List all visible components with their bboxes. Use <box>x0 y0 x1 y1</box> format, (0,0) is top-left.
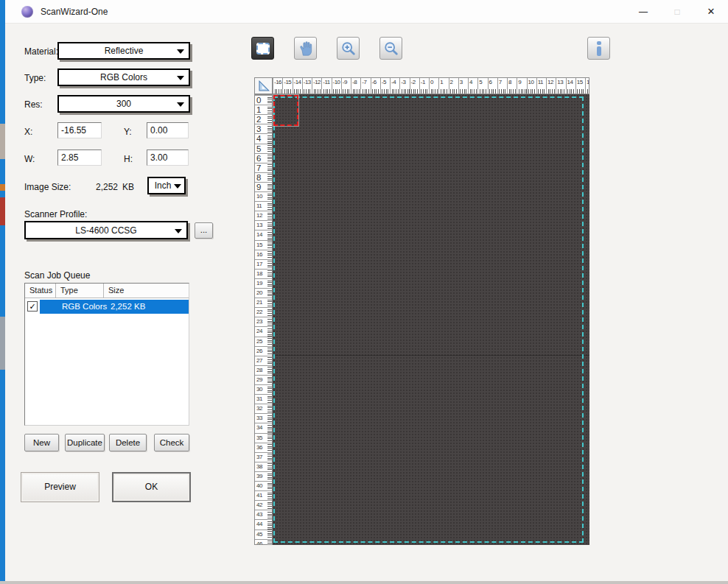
v-ruler-cell: 17 <box>255 259 272 269</box>
v-ruler-cell: 33 <box>255 413 272 423</box>
v-ruler-cell: 13 <box>255 220 272 230</box>
material-label: Material: <box>24 46 58 57</box>
v-ruler-cell: 16 <box>255 250 272 259</box>
scanwizard-window: ScanWizard-One — □ ✕ Material: Reflectiv… <box>0 0 728 584</box>
scanner-profile-value: LS-4600 CCSG <box>75 225 136 236</box>
w-input[interactable]: 2.85 <box>57 149 102 166</box>
scan-bounds-dashed-border <box>273 96 584 543</box>
v-ruler-cell: 35 <box>255 433 272 443</box>
v-ruler-cell: 2 <box>255 114 272 124</box>
v-ruler-cell: 27 <box>255 356 272 365</box>
v-ruler-cell: 34 <box>255 423 272 432</box>
image-size-unit: KB <box>122 182 134 192</box>
h-ruler-cell: -15 <box>282 78 293 94</box>
window-bottom-edge <box>0 581 728 584</box>
zoom-out-icon <box>383 41 399 57</box>
background-window-edge <box>0 0 5 584</box>
close-button[interactable]: ✕ <box>694 0 728 24</box>
dropdown-arrow-icon <box>175 229 182 233</box>
zoom-out-tool[interactable] <box>379 37 402 60</box>
hand-icon <box>298 41 314 57</box>
h-input[interactable]: 3.00 <box>147 149 189 166</box>
info-tool[interactable] <box>587 37 610 60</box>
h-ruler-cell: -10 <box>332 78 342 94</box>
h-ruler-cell: -8 <box>351 78 361 94</box>
v-ruler-cell: 22 <box>255 307 272 317</box>
v-ruler-cell: 43 <box>255 510 272 519</box>
type-dropdown[interactable]: RGB Colors <box>57 68 190 86</box>
check-button[interactable]: Check <box>154 434 189 451</box>
scan-job-queue-table: Status Type Size ✓ RGB Colors 2,252 KB <box>24 283 189 426</box>
h-ruler-cell: 9 <box>517 78 527 94</box>
res-dropdown[interactable]: 300 <box>57 95 190 113</box>
row-type: RGB Colors <box>62 300 107 314</box>
v-ruler-cell: 14 <box>255 230 272 239</box>
v-ruler-cell: 18 <box>255 269 272 278</box>
delete-button[interactable]: Delete <box>109 434 147 451</box>
window-title: ScanWizard-One <box>41 0 108 24</box>
material-dropdown[interactable]: Reflective <box>57 42 190 60</box>
h-ruler-cell: 6 <box>488 78 498 94</box>
window-controls: — □ ✕ <box>626 0 728 24</box>
material-value: Reflective <box>105 46 144 56</box>
column-status[interactable]: Status <box>25 284 56 298</box>
v-ruler-cell: 1 <box>255 105 272 114</box>
duplicate-button[interactable]: Duplicate <box>65 434 105 451</box>
v-ruler-cell: 32 <box>255 404 272 413</box>
pan-hand-tool[interactable] <box>294 37 317 60</box>
h-ruler-cell: -14 <box>293 78 303 94</box>
minimize-button[interactable]: — <box>626 0 660 24</box>
column-type[interactable]: Type <box>56 284 104 298</box>
v-ruler-cell: 5 <box>255 144 272 153</box>
h-ruler-cell: -16 <box>273 78 283 94</box>
queue-header-row: Status Type Size <box>25 284 189 298</box>
unit-dropdown[interactable]: Inch <box>147 177 186 194</box>
new-button[interactable]: New <box>24 434 59 451</box>
scan-preview-canvas[interactable] <box>273 94 589 545</box>
row-selection-bar[interactable]: RGB Colors 2,252 KB <box>40 300 189 314</box>
h-ruler-cell: 16 <box>585 78 589 94</box>
h-ruler-cell: -12 <box>312 78 322 94</box>
h-ruler-cell: 13 <box>556 78 566 94</box>
dropdown-arrow-icon <box>177 49 184 54</box>
column-size[interactable]: Size <box>104 284 189 298</box>
v-ruler-cell: 40 <box>255 481 272 490</box>
x-input[interactable]: -16.55 <box>57 122 102 138</box>
h-ruler-cell: 14 <box>566 78 576 94</box>
v-ruler-cell: 3 <box>255 124 272 133</box>
zoom-in-tool[interactable] <box>337 37 360 60</box>
h-ruler-cell: -9 <box>341 78 351 94</box>
v-ruler-cell: 41 <box>255 490 272 500</box>
w-label: W: <box>24 154 35 164</box>
h-ruler-cell: -6 <box>371 78 381 94</box>
h-ruler-cell: -1 <box>419 78 430 94</box>
v-ruler-cell: 38 <box>255 462 272 471</box>
unit-value: Inch <box>155 180 172 191</box>
scanner-profile-label: Scanner Profile: <box>24 209 87 219</box>
scan-job-queue-label: Scan Job Queue <box>24 270 90 281</box>
ok-button[interactable]: OK <box>112 472 191 502</box>
table-row[interactable]: ✓ RGB Colors 2,252 KB <box>25 300 189 314</box>
h-ruler-cell: 1 <box>438 78 449 94</box>
v-ruler-cell: 19 <box>255 278 272 288</box>
row-checkbox[interactable]: ✓ <box>27 301 38 312</box>
h-ruler-cell: -4 <box>390 78 400 94</box>
dropdown-arrow-icon <box>177 102 184 107</box>
v-ruler-cell: 36 <box>255 443 272 452</box>
set-square-icon <box>257 80 270 93</box>
profile-browse-button[interactable]: ... <box>195 222 213 239</box>
y-label: Y: <box>124 127 132 137</box>
scanner-profile-dropdown[interactable]: LS-4600 CCSG <box>24 221 188 239</box>
marquee-select-tool[interactable] <box>251 37 274 60</box>
x-label: X: <box>24 127 32 137</box>
h-ruler: -16-15-14-13-12-11-10-9-8-7-6-5-4-3-2-10… <box>272 77 589 94</box>
selection-marquee[interactable] <box>273 95 298 126</box>
h-ruler-cell: 7 <box>497 78 508 94</box>
v-ruler-cell: 15 <box>255 240 272 250</box>
maximize-button: □ <box>660 0 694 24</box>
preview-button[interactable]: Preview <box>21 472 99 502</box>
v-ruler-cell: 44 <box>255 519 272 529</box>
ruler-corner-box[interactable] <box>254 77 273 94</box>
h-label: H: <box>124 154 133 164</box>
y-input[interactable]: 0.00 <box>147 122 189 138</box>
